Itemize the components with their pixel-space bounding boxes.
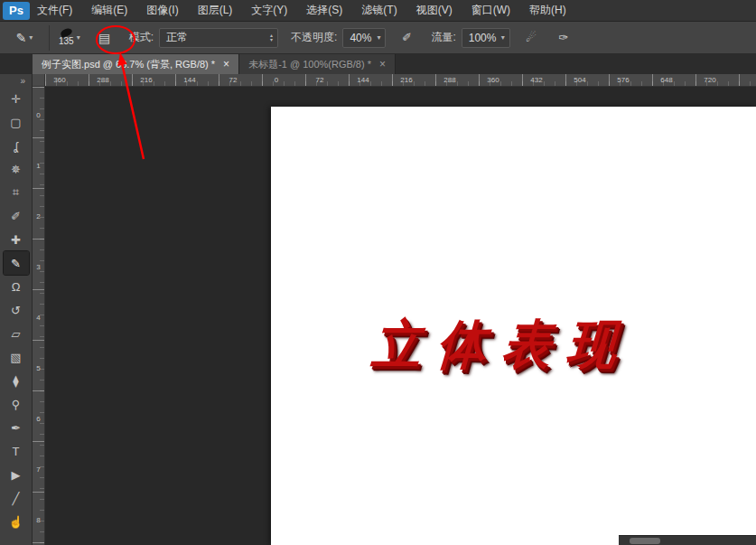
blur-tool[interactable]: ⧫ bbox=[4, 369, 29, 392]
opacity-label: 不透明度: bbox=[291, 30, 337, 45]
hruler-number: 72 bbox=[316, 76, 324, 84]
opacity-value: 40% bbox=[350, 32, 371, 44]
type-tool-tool[interactable]: T bbox=[4, 439, 29, 463]
flow-value: 100% bbox=[469, 32, 497, 44]
vruler-number: 7 bbox=[33, 465, 44, 474]
tab-title: 例子实图.psd @ 66.7% (背景, RGB/8) * bbox=[42, 58, 215, 71]
separator bbox=[49, 25, 50, 51]
spinner-icon: ▴▾ bbox=[270, 33, 273, 42]
clone-stamp-tool[interactable]: Ω bbox=[4, 275, 29, 298]
vertical-ruler[interactable]: 012345678 bbox=[33, 87, 45, 545]
brush-preview: 135 bbox=[59, 29, 74, 46]
line-shape-tool[interactable]: ╱ bbox=[4, 486, 29, 510]
menu-item-select[interactable]: 选择(S) bbox=[306, 3, 342, 18]
opacity-select[interactable]: 40% ▾ bbox=[342, 28, 386, 48]
hruler-number: 216 bbox=[400, 76, 412, 84]
collapse-panel-button[interactable]: » bbox=[20, 74, 32, 87]
quick-selection-tool[interactable]: ✵ bbox=[4, 157, 29, 181]
crop-tool[interactable]: ⌗ bbox=[4, 181, 29, 204]
pressure-size-button[interactable]: ✑ bbox=[552, 27, 575, 49]
tool-preset-dropdown[interactable]: ✎ ▾ bbox=[5, 26, 43, 50]
chevron-down-icon: ▾ bbox=[377, 33, 380, 42]
hruler-number: 648 bbox=[660, 76, 672, 84]
blend-mode-value: 正常 bbox=[166, 30, 188, 45]
hruler-number: 504 bbox=[574, 76, 585, 84]
brush-tool-icon: ✎ bbox=[16, 31, 27, 45]
hruler-number: 72 bbox=[229, 76, 238, 84]
chevron-down-icon: ▾ bbox=[501, 33, 505, 42]
tab-close-button[interactable]: × bbox=[223, 58, 229, 70]
brush-panel-icon: ▤ bbox=[98, 31, 110, 45]
rect-marquee-tool[interactable]: ▢ bbox=[4, 110, 29, 134]
hruler-number: 216 bbox=[140, 76, 152, 84]
gradient-tool[interactable]: ▧ bbox=[4, 345, 29, 369]
airbrush-icon: ☄ bbox=[526, 31, 537, 44]
brush-size-picker[interactable]: 135 ▾ bbox=[55, 28, 84, 47]
vruler-number: 4 bbox=[33, 314, 44, 322]
hruler-number: 144 bbox=[183, 76, 195, 84]
path-selection-tool[interactable]: ▶ bbox=[4, 463, 29, 486]
photoshop-window: Ps 文件(F)编辑(E)图像(I)图层(L)文字(Y)选择(S)滤镜(T)视图… bbox=[0, 0, 756, 545]
document-tab-doc1[interactable]: 例子实图.psd @ 66.7% (背景, RGB/8) *× bbox=[33, 54, 239, 74]
vruler-number: 0 bbox=[33, 111, 44, 119]
pen-tool[interactable]: ✒ bbox=[4, 416, 29, 439]
horizontal-ruler[interactable]: 3602882161447207214421628836043250457664… bbox=[45, 74, 756, 87]
pressure-pen-icon: ✐ bbox=[402, 31, 412, 44]
menu-item-view[interactable]: 视图(V) bbox=[416, 3, 453, 18]
lasso-tool[interactable]: ʆ bbox=[4, 134, 29, 157]
menu-item-help[interactable]: 帮助(H) bbox=[529, 3, 566, 18]
hruler-number: 576 bbox=[617, 76, 629, 84]
spot-healing-tool[interactable]: ✚ bbox=[4, 228, 29, 251]
vruler-number: 2 bbox=[33, 212, 44, 221]
hruler-number: 360 bbox=[487, 76, 499, 84]
hruler-number: 288 bbox=[443, 76, 455, 84]
menu-item-edit[interactable]: 编辑(E) bbox=[91, 3, 127, 18]
eyedropper-tool[interactable]: ✐ bbox=[4, 204, 29, 228]
hruler-number: 360 bbox=[53, 76, 65, 84]
pressure-opacity-button[interactable]: ✐ bbox=[395, 27, 418, 49]
blend-mode-select[interactable]: 正常 ▴▾ bbox=[159, 28, 278, 48]
horizontal-scrollbar[interactable] bbox=[619, 535, 756, 545]
vruler-number: 3 bbox=[33, 263, 44, 271]
pressure-size-icon: ✑ bbox=[558, 31, 568, 44]
menu-item-type[interactable]: 文字(Y) bbox=[251, 3, 287, 18]
scrollbar-thumb[interactable] bbox=[630, 538, 660, 544]
photoshop-logo-icon: Ps bbox=[3, 2, 30, 20]
chevron-down-icon: ▾ bbox=[77, 33, 80, 42]
document-tab-bar: 例子实图.psd @ 66.7% (背景, RGB/8) *×未标题-1 @ 1… bbox=[0, 54, 756, 74]
canvas-area[interactable]: 立体表现 bbox=[45, 87, 756, 545]
chevron-down-icon: ▾ bbox=[29, 33, 33, 42]
hruler-number: 720 bbox=[704, 76, 715, 84]
menu-item-image[interactable]: 图像(I) bbox=[146, 3, 178, 18]
brush-tool[interactable]: ✎ bbox=[4, 251, 29, 275]
hruler-number: 144 bbox=[357, 76, 369, 84]
menu-item-window[interactable]: 窗口(W) bbox=[471, 3, 510, 18]
document-canvas[interactable]: 立体表现 bbox=[271, 107, 756, 545]
history-brush-tool[interactable]: ↺ bbox=[4, 298, 29, 322]
vruler-number: 8 bbox=[33, 516, 44, 524]
document-tab-doc2[interactable]: 未标题-1 @ 100%(RGB/8) *× bbox=[239, 54, 396, 74]
flow-select[interactable]: 100% ▾ bbox=[462, 28, 510, 48]
tab-close-button[interactable]: × bbox=[379, 58, 386, 70]
mode-label: 模式: bbox=[129, 30, 154, 45]
airbrush-toggle-button[interactable]: ☄ bbox=[519, 27, 543, 49]
move-tool[interactable]: ✛ bbox=[4, 87, 29, 110]
eraser-tool[interactable]: ▱ bbox=[4, 322, 29, 345]
tool-list: ✛▢ʆ✵⌗✐✚✎Ω↺▱▧⧫⚲✒T▶╱☝ bbox=[4, 87, 29, 533]
vruler-number: 1 bbox=[33, 162, 44, 170]
flow-label: 流量: bbox=[431, 30, 455, 45]
menu-bar: Ps 文件(F)编辑(E)图像(I)图层(L)文字(Y)选择(S)滤镜(T)视图… bbox=[0, 0, 756, 22]
menu-item-layer[interactable]: 图层(L) bbox=[198, 3, 233, 18]
hand-tool[interactable]: ☝ bbox=[4, 510, 29, 533]
vruler-number: 5 bbox=[33, 364, 44, 372]
brush-panel-toggle-button[interactable]: ▤ bbox=[93, 26, 117, 50]
hruler-number: 0 bbox=[275, 76, 278, 84]
options-bar: ✎ ▾ 135 ▾ ▤ 模式: 正常 ▴▾ 不透明度: 40% ▾ ✐ 流量: bbox=[0, 22, 756, 54]
menu-item-file[interactable]: 文件(F) bbox=[37, 3, 72, 18]
ruler-corner bbox=[33, 74, 45, 87]
brush-size-value: 135 bbox=[59, 37, 74, 46]
dodge-tool[interactable]: ⚲ bbox=[4, 392, 29, 416]
vruler-number: 6 bbox=[33, 415, 44, 423]
menu-item-filter[interactable]: 滤镜(T) bbox=[361, 3, 397, 18]
canvas-art-text: 立体表现 bbox=[369, 310, 634, 381]
